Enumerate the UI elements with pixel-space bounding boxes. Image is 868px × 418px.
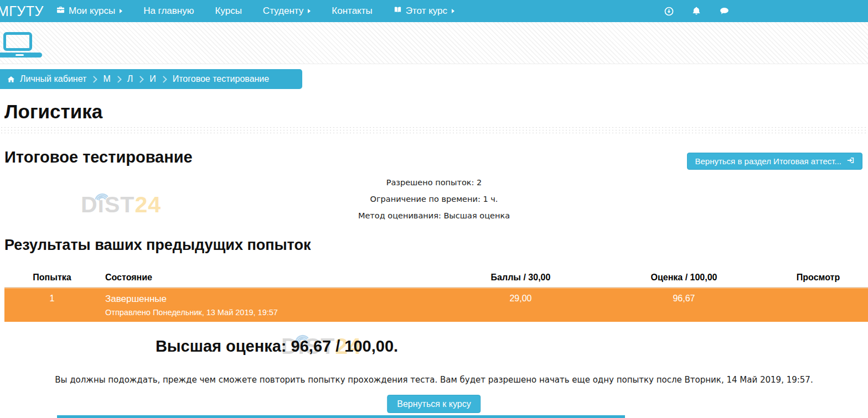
page-title: Логистика [4,101,102,123]
breadcrumb-item-i[interactable]: И [149,74,156,84]
nav-item-label: Студенту [263,6,303,17]
marks-cell: 29,00 [442,294,600,322]
back-to-section-label: Вернуться в раздел Итоговая аттест... [695,156,841,166]
state-cell: Завершенные Отправлено Понедельник, 13 М… [100,294,442,322]
dotted-divider [0,126,868,135]
column-header-grade: Оценка / 100,00 [600,273,768,283]
nav-item-my-courses[interactable]: Мои курсы [46,0,133,22]
breadcrumb-item-quiz[interactable]: Итоговое тестирование [173,74,270,84]
attempts-table: Попытка Состояние Баллы / 30,00 Оценка /… [4,268,868,322]
back-to-course-label: Вернуться к курсу [397,399,471,409]
laptop-icon [3,32,32,51]
column-header-state: Состояние [100,273,442,283]
time-limit-text: Ограничение по времени: 1 ч. [0,195,868,203]
chevron-right-icon [91,76,98,83]
brand-logo[interactable]: МГУТУ [0,3,46,19]
bell-icon[interactable] [691,6,701,16]
table-header-row: Попытка Состояние Баллы / 30,00 Оценка /… [4,268,868,288]
caret-right-icon [308,9,311,13]
briefcase-icon [56,6,65,17]
book-icon [394,6,402,17]
quiz-info: Разрешено попыток: 2 Ограничение по врем… [0,178,868,228]
nav-item-home[interactable]: На главную [133,0,204,22]
nav-items: Мои курсы На главную Курсы Студенту Конт… [46,0,465,22]
table-row: 1 Завершенные Отправлено Понедельник, 13… [4,288,868,322]
back-to-section-button[interactable]: Вернуться в раздел Итоговая аттест... [687,153,862,170]
circle-arrow-down-icon[interactable] [664,7,674,16]
state-text: Завершенные [105,294,442,305]
sign-in-icon [846,156,855,166]
header-band [0,22,868,64]
chevron-right-icon [137,76,144,83]
footer-accent-bar [57,415,625,418]
nav-item-label: Мои курсы [69,6,115,17]
top-navbar: МГУТУ Мои курсы На главную Курсы Студент… [0,0,868,22]
column-header-attempt: Попытка [4,273,100,283]
back-to-course-button[interactable]: Вернуться к курсу [387,395,480,413]
attempts-allowed-text: Разрешено попыток: 2 [0,178,868,187]
nav-item-this-course[interactable]: Этот курс [383,0,465,22]
caret-right-icon [120,9,122,13]
nav-item-label: Этот курс [406,6,447,17]
nav-item-courses[interactable]: Курсы [204,0,252,22]
state-submitted-text: Отправлено Понедельник, 13 Май 2019, 19:… [105,308,442,317]
caret-right-icon [452,9,454,13]
grade-cell: 96,67 [600,294,768,322]
breadcrumb: Личный кабинет М Л И Итоговое тестирован… [0,69,302,89]
nav-item-label: На главную [143,6,194,17]
nav-item-label: Контакты [332,6,372,17]
breadcrumb-item-m[interactable]: М [103,74,110,84]
attempt-number-cell: 1 [4,294,100,322]
results-heading: Результаты ваших предыдущих попыток [4,237,311,254]
chevron-right-icon [160,76,167,83]
nav-item-contacts[interactable]: Контакты [321,0,383,22]
breadcrumb-item-l[interactable]: Л [127,74,133,84]
nav-item-label: Курсы [215,6,241,17]
review-cell [768,294,868,322]
breadcrumb-item-dashboard[interactable]: Личный кабинет [20,74,86,84]
final-grade-text: Высшая оценка: 96,67 / 100,00. [0,337,554,356]
home-icon[interactable] [7,75,16,83]
navbar-icon-group [664,0,730,22]
column-header-review: Просмотр [768,273,868,283]
column-header-marks: Баллы / 30,00 [442,273,600,283]
quiz-title: Итоговое тестирование [4,148,193,166]
chevron-right-icon [115,76,122,83]
wait-message: Вы должны подождать, прежде чем сможете … [0,375,868,385]
nav-item-student[interactable]: Студенту [252,0,321,22]
chat-bubble-icon[interactable] [719,6,730,16]
laptop-icon-notch [16,54,24,56]
grading-method-text: Метод оценивания: Высшая оценка [0,211,868,220]
